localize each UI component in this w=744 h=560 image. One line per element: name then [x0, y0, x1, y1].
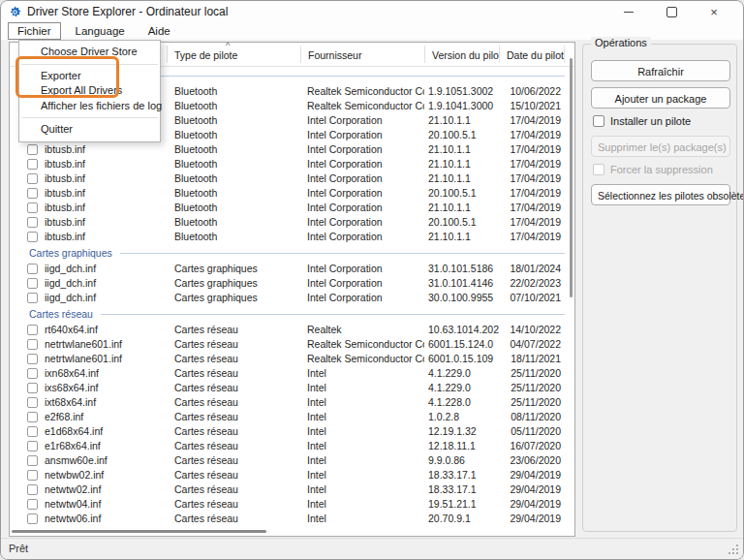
table-row[interactable]: ibtusb.infBluetoothIntel Corporation21.1…	[10, 157, 574, 171]
date-cell: 23/06/2020	[499, 453, 564, 468]
s-lectionnez-les-pilotes-obsol-tes-button[interactable]: Sélectionnez les pilotes obsolètes	[591, 184, 730, 205]
column-header-date-du-pilote[interactable]: Date du pilote	[499, 43, 564, 66]
menu-item-exporter[interactable]: Exporter	[19, 69, 160, 84]
table-row[interactable]: netwtw06.infCartes réseauIntel20.70.9.12…	[10, 512, 574, 526]
row-checkbox[interactable]	[27, 264, 38, 274]
row-checkbox[interactable]	[27, 325, 38, 335]
vendor-cell: Realtek Semiconductor Corp.	[300, 337, 424, 352]
horizontal-scrollbar-thumb[interactable]	[12, 530, 266, 533]
table-row[interactable]: netwbw02.infCartes réseauIntel18.33.17.1…	[10, 468, 574, 482]
vendor-cell: Realtek	[300, 323, 424, 337]
version-cell: 19.51.21.1	[424, 497, 499, 512]
row-checkbox[interactable]	[27, 188, 38, 199]
column-separator[interactable]	[424, 46, 425, 63]
vendor-cell: Intel Corporation	[300, 201, 424, 215]
row-checkbox[interactable]	[27, 499, 38, 510]
window-title: Driver Store Explorer - Ordinateur local	[27, 5, 228, 18]
rafra-chir-button[interactable]: Rafraîchir	[591, 60, 730, 81]
row-checkbox[interactable]	[27, 484, 38, 495]
column-header-fournisseur[interactable]: Fournisseur	[300, 43, 424, 66]
menu-item-afficher-les-fichiers-de-log[interactable]: Afficher les fichiers de log	[19, 99, 160, 114]
minimize-button[interactable]	[607, 1, 650, 22]
row-checkbox[interactable]	[27, 278, 38, 289]
table-row[interactable]: ixt68x64.infCartes réseauIntel4.1.228.02…	[10, 395, 574, 410]
table-row[interactable]: ansmw60e.infCartes réseauIntel9.9.0.8623…	[10, 453, 574, 468]
installer-un-pilote-checkbox[interactable]: Installer un pilote	[593, 114, 728, 128]
row-checkbox[interactable]	[27, 339, 38, 350]
driver-type-cell: Cartes graphiques	[167, 262, 300, 276]
table-row[interactable]: netrtwlane601.infCartes réseauRealtek Se…	[10, 337, 574, 352]
version-cell: 1.0.2.8	[424, 410, 499, 424]
date-cell: 17/04/2019	[499, 171, 564, 186]
table-row[interactable]: e1d68x64.infCartes réseauIntel12.19.1.32…	[10, 424, 574, 439]
menu-item-quitter[interactable]: Quitter	[19, 122, 160, 138]
minimize-icon	[624, 12, 634, 13]
forcer-la-suppression-checkbox: Forcer la suppression	[593, 163, 728, 176]
table-row[interactable]: netrtwlane601.infCartes réseauRealtek Se…	[10, 352, 574, 366]
table-row[interactable]: netwtw04.infCartes réseauIntel19.51.21.1…	[10, 497, 574, 512]
row-checkbox[interactable]	[27, 293, 38, 303]
row-checkbox[interactable]	[27, 159, 38, 170]
table-row[interactable]: ibtusb.infBluetoothIntel Corporation21.1…	[10, 171, 574, 186]
inf-name: iigd_dch.inf	[45, 276, 96, 291]
vendor-cell: Intel	[300, 439, 424, 453]
column-separator[interactable]	[499, 46, 500, 63]
table-row[interactable]: ibtusb.infBluetoothIntel Corporation20.1…	[10, 215, 574, 230]
resize-grip-icon[interactable]	[736, 552, 738, 554]
table-row[interactable]: ibtusb.infBluetoothIntel Corporation21.1…	[10, 230, 574, 244]
table-row[interactable]: iigd_dch.infCartes graphiquesIntel Corpo…	[10, 291, 574, 305]
row-checkbox[interactable]	[27, 426, 38, 437]
row-checkbox[interactable]	[27, 368, 38, 379]
menu-item-export-all-drivers[interactable]: Export All Drivers	[19, 83, 160, 99]
row-checkbox[interactable]	[27, 412, 38, 422]
version-cell: 6001.15.124.0	[424, 337, 499, 352]
date-cell: 17/04/2019	[499, 215, 564, 230]
column-separator[interactable]	[564, 46, 565, 63]
row-checkbox[interactable]	[27, 397, 38, 408]
app-icon	[9, 6, 21, 18]
inf-name: ansmw60e.inf	[45, 453, 108, 468]
row-checkbox[interactable]	[27, 354, 38, 364]
table-row[interactable]: ibtusb.infBluetoothIntel Corporation21.1…	[10, 201, 574, 215]
table-row[interactable]: e1r68x64.infCartes réseauIntel12.18.11.1…	[10, 439, 574, 453]
menu-language[interactable]: Language	[67, 23, 134, 39]
row-checkbox[interactable]	[27, 202, 38, 213]
table-row[interactable]: e2f68.infCartes réseauIntel1.0.2.808/11/…	[10, 410, 574, 424]
close-icon: ×	[710, 6, 718, 18]
ajouter-un-package-button[interactable]: Ajouter un package	[591, 87, 730, 109]
version-cell: 31.0.101.4146	[424, 276, 499, 291]
column-header-version-du-pilote[interactable]: Version du pilote	[424, 43, 499, 66]
row-checkbox[interactable]	[27, 455, 38, 466]
table-row[interactable]: ixn68x64.infCartes réseauIntel4.1.229.02…	[10, 366, 574, 381]
column-header-type-de-pilote[interactable]: Type de pilote	[167, 43, 300, 66]
row-checkbox[interactable]	[27, 513, 38, 524]
operations-title: Opérations	[591, 37, 651, 48]
row-checkbox[interactable]	[27, 470, 38, 481]
vertical-scrollbar-thumb[interactable]	[570, 58, 573, 297]
close-button[interactable]: ×	[693, 1, 735, 22]
row-checkbox[interactable]	[27, 383, 38, 393]
row-checkbox[interactable]	[27, 232, 38, 242]
column-separator[interactable]	[167, 46, 168, 63]
date-cell: 25/11/2020	[499, 366, 564, 381]
maximize-button[interactable]	[650, 1, 693, 22]
table-row[interactable]: ibtusb.infBluetoothIntel Corporation20.1…	[10, 186, 574, 201]
driver-type-cell: Cartes graphiques	[167, 291, 300, 305]
driver-type-cell: Bluetooth	[167, 157, 300, 171]
row-checkbox[interactable]	[27, 144, 38, 155]
table-row[interactable]: ixs68x64.infCartes réseauIntel4.1.229.02…	[10, 381, 574, 395]
row-checkbox[interactable]	[27, 441, 38, 451]
vendor-cell: Realtek Semiconductor Corp.	[300, 84, 424, 99]
table-row[interactable]: netwtw02.infCartes réseauIntel18.33.17.1…	[10, 482, 574, 497]
menu-aide[interactable]: Aide	[140, 23, 179, 39]
inf-name: ibtusb.inf	[45, 201, 85, 215]
table-row[interactable]: ibtusb.infBluetoothIntel Corporation21.1…	[10, 142, 574, 157]
menu-fichier[interactable]: Fichier	[8, 22, 61, 40]
menu-item-choose-driver-store[interactable]: Choose Driver Store	[19, 45, 160, 60]
row-checkbox[interactable]	[27, 173, 38, 184]
column-separator[interactable]	[300, 46, 301, 63]
table-row[interactable]: iigd_dch.infCartes graphiquesIntel Corpo…	[10, 276, 574, 291]
table-row[interactable]: rt640x64.infCartes réseauRealtek10.63.10…	[10, 323, 574, 337]
table-row[interactable]: iigd_dch.infCartes graphiquesIntel Corpo…	[10, 262, 574, 276]
row-checkbox[interactable]	[27, 217, 38, 228]
